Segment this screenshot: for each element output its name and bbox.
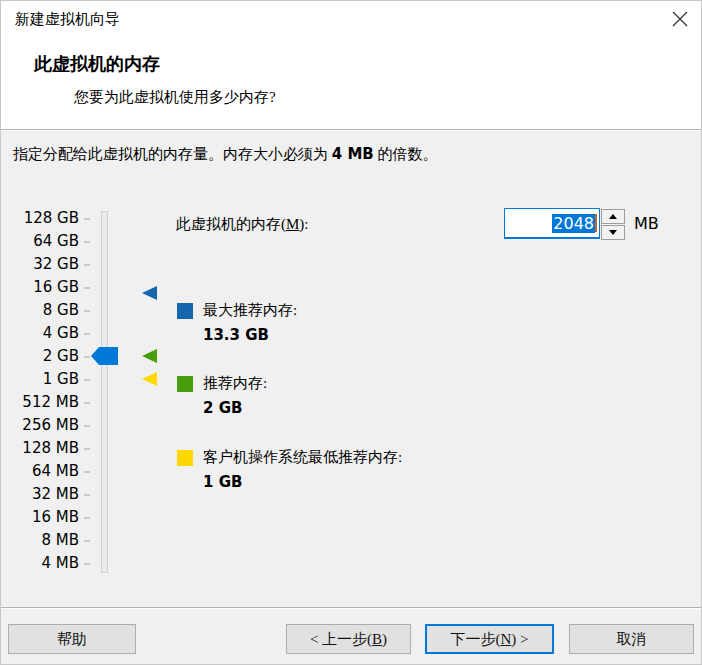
scale-ticks: [84, 207, 90, 575]
scale-label: 512 MB: [1, 391, 79, 414]
arrow-up-icon: [609, 214, 617, 219]
scale-label: 256 MB: [1, 414, 79, 437]
instruction-pre: 指定分配给此虚拟机的内存量。内存大小必须为: [13, 146, 332, 162]
scale-label: 4 GB: [1, 322, 79, 345]
new-vm-wizard-dialog: 新建虚拟机向导 此虚拟机的内存 您要为此虚拟机使用多少内存? 指定分配给此虚拟机…: [0, 0, 702, 665]
scale-label: 8 GB: [1, 299, 79, 322]
window-title: 新建虚拟机向导: [15, 10, 120, 29]
memory-slider-handle[interactable]: [91, 347, 118, 365]
arrow-down-icon: [609, 230, 617, 235]
guest-minimum-value: 1 GB: [203, 473, 402, 491]
scale-label: 1 GB: [1, 368, 79, 391]
memory-field-label-pre: 此虚拟机的内存(: [176, 216, 286, 232]
instruction-strong: 4 MB: [332, 145, 374, 163]
scale-label: 16 GB: [1, 276, 79, 299]
scale-label: 64 MB: [1, 460, 79, 483]
guest-minimum-label: 客户机操作系统最低推荐内存:: [203, 448, 402, 466]
scale-label: 128 MB: [1, 437, 79, 460]
memory-field-accesskey: M: [286, 216, 299, 232]
back-accesskey: B: [372, 631, 382, 648]
minimum-memory-arrow-icon: [142, 372, 157, 386]
memory-field-label-post: ):: [299, 216, 308, 232]
scale-label: 32 GB: [1, 253, 79, 276]
recommended-swatch-icon: [177, 376, 193, 392]
cancel-button[interactable]: 取消: [569, 624, 694, 654]
recommended-memory-arrow-icon: [142, 349, 157, 363]
next-accesskey: N: [500, 631, 511, 648]
scale-label: 8 MB: [1, 529, 79, 552]
next-button[interactable]: 下一步(N) >: [425, 624, 554, 654]
memory-spinner: [601, 209, 625, 240]
memory-scale: 128 GB 64 GB 32 GB 16 GB 8 GB 4 GB 2 GB …: [1, 207, 79, 575]
memory-slider-track[interactable]: [101, 211, 108, 573]
legend-guest-minimum: 客户机操作系统最低推荐内存: 1 GB: [177, 448, 402, 491]
next-label-pre: 下一步(: [450, 630, 500, 649]
footer-divider: [1, 607, 702, 609]
instruction-text: 指定分配给此虚拟机的内存量。内存大小必须为 4 MB 的倍数。: [13, 145, 438, 164]
wizard-header: 新建虚拟机向导 此虚拟机的内存 您要为此虚拟机使用多少内存?: [1, 1, 702, 129]
spin-up-button[interactable]: [601, 209, 625, 224]
help-button[interactable]: 帮助: [8, 624, 136, 654]
page-subtitle: 您要为此虚拟机使用多少内存?: [74, 88, 276, 107]
back-label-pre: < 上一步(: [310, 630, 372, 649]
recommended-value: 2 GB: [203, 399, 267, 417]
max-recommended-swatch-icon: [177, 303, 193, 319]
max-recommended-label: 最大推荐内存:: [203, 301, 297, 319]
max-recommended-value: 13.3 GB: [203, 326, 297, 344]
memory-field-label: 此虚拟机的内存(M):: [176, 215, 309, 234]
close-button[interactable]: [663, 5, 697, 33]
back-button[interactable]: < 上一步(B): [286, 624, 411, 654]
memory-input-value: 2048: [552, 214, 595, 233]
max-memory-arrow-icon: [142, 286, 157, 300]
close-icon: [671, 10, 689, 28]
scale-label: 32 MB: [1, 483, 79, 506]
text-caret: [595, 214, 597, 232]
scale-label: 16 MB: [1, 506, 79, 529]
page-title: 此虚拟机的内存: [34, 52, 160, 76]
memory-unit-label: MB: [634, 214, 659, 233]
scale-label: 64 GB: [1, 230, 79, 253]
next-label-post: ) >: [511, 631, 528, 648]
spin-down-button[interactable]: [601, 225, 625, 240]
memory-input[interactable]: 2048: [504, 208, 600, 239]
legend-max-recommended: 最大推荐内存: 13.3 GB: [177, 301, 297, 344]
header-divider: [1, 129, 702, 131]
guest-minimum-swatch-icon: [177, 450, 193, 466]
back-label-post: ): [382, 631, 387, 648]
scale-label: 128 GB: [1, 207, 79, 230]
scale-label: 4 MB: [1, 552, 79, 575]
instruction-post: 的倍数。: [374, 146, 438, 162]
recommended-label: 推荐内存:: [203, 374, 267, 392]
scale-label: 2 GB: [1, 345, 79, 368]
legend-recommended: 推荐内存: 2 GB: [177, 374, 267, 417]
